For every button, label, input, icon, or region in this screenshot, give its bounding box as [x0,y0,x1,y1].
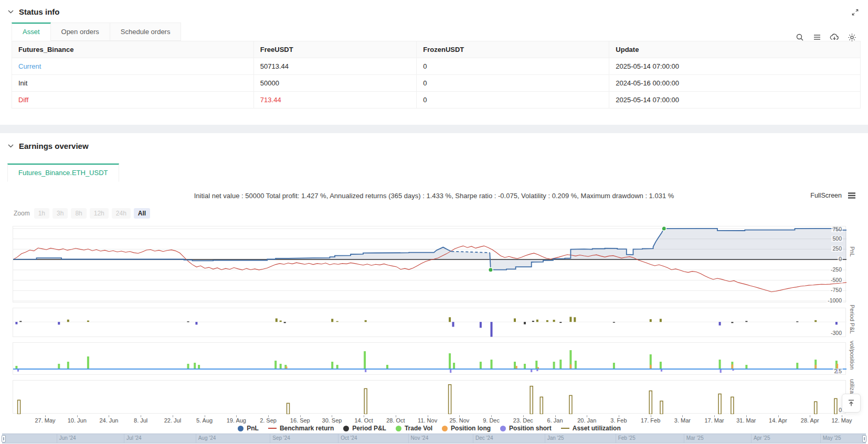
x-label: 8. Jul [134,417,147,424]
pnl-ytick--1000: -1000 [827,298,843,304]
x-label: 11. Nov [418,417,437,424]
x-axis: 27. May10. Jun24. Jun8. Jul22. Jul5. Aug… [13,415,846,425]
navigator-left-handle[interactable] [2,435,6,442]
zoom-label: Zoom [14,210,30,217]
tab-asset[interactable]: Asset [12,23,51,41]
status-tabs: Asset Open orders Schedule orders [12,23,856,41]
navigator-month-label: Feb '25 [618,435,636,441]
legend-marker-circle [343,426,349,431]
cloud-download-icon[interactable] [830,33,839,42]
zoom-button-1h[interactable]: 1h [34,208,49,219]
navigator-month-label: Nov '24 [411,435,429,441]
fullscreen-button[interactable]: FullScreen [810,192,842,199]
navigator-month-label: Apr '25 [754,435,770,441]
search-icon[interactable] [795,33,805,42]
init-free: 50000 [253,75,416,92]
x-label: 3. Mar [674,417,691,424]
table-row-init: Init 50000 0 2024-05-16 00:00:00 [12,75,861,92]
list-icon[interactable] [812,33,822,42]
chart-navigator[interactable]: Jun '24Jul '24Aug '24Sep '24Oct '24Nov '… [2,434,866,443]
status-info-title: Status info [19,7,60,16]
asset-table: Futures_Binance FreeUSDT FrozenUSDT Upda… [12,41,861,109]
navigator-month-separator [545,434,545,443]
x-label: 2. Sep [260,417,277,424]
legend-asset-utilization[interactable]: Asset utilization [561,425,621,432]
navigator-month-label: Mar '25 [686,435,704,441]
tab-open-orders[interactable]: Open orders [51,23,110,41]
pnl-ytick-500: 500 [831,236,843,242]
x-label: 9. Dec [483,417,500,424]
x-label: 17. Feb [641,417,660,424]
section-divider [0,125,868,133]
navigator-month-label: Jun '24 [59,435,76,441]
navigator-month-label: May '25 [823,435,841,441]
legend-label: Trade Vol [405,425,432,432]
vol-position-axis-title: vol/position [849,341,855,370]
navigator-month-label: Aug '24 [198,435,216,441]
x-label: 25. Nov [449,417,469,424]
collapse-chevron-icon[interactable] [7,9,14,15]
legend-position-long[interactable]: Position long [442,425,491,432]
x-label: 27. May [35,417,55,424]
status-info-section: Status info Asset Open orders Schedule o… [0,0,868,125]
x-label: 31. Mar [736,417,756,424]
earnings-overview-title: Earnings overview [19,142,89,150]
x-label: 23. Dec [513,417,533,424]
init-update: 2024-05-16 00:00:00 [609,75,861,92]
table-row-current: Current 50713.44 0 2025-05-14 07:00:00 [12,58,861,75]
back-to-top-button[interactable] [842,394,861,413]
legend-benchmark-return[interactable]: Benchmark return [268,425,334,432]
period-pnl-ytick: -300 [830,330,843,336]
legend-label: Position short [509,425,552,432]
legend-pnl[interactable]: PnL [238,425,259,432]
expand-icon[interactable] [850,7,860,17]
navigator-month-separator [684,434,684,443]
zoom-button-all[interactable]: All [134,208,150,219]
legend-marker-circle [442,426,448,431]
legend-label: Benchmark return [280,425,334,432]
gear-icon[interactable] [847,33,856,42]
zoom-button-12h[interactable]: 12h [90,208,109,219]
legend-marker-line [268,428,277,429]
current-link[interactable]: Current [12,58,254,75]
x-label: 14. Oct [354,417,373,424]
earnings-tabs: Futures_Binance.ETH_USDT [7,164,119,182]
navigator-month-separator [270,434,270,443]
navigator-month-label: Oct '24 [341,435,357,441]
col-update: Update [609,41,861,58]
diff-update: 2025-05-14 07:00:00 [609,92,861,109]
navigator-month-separator [338,434,338,443]
x-label: 12. May [831,417,852,424]
navigator-month-separator [408,434,409,443]
table-row-diff: Diff 713.44 0 2025-05-14 07:00:00 [12,92,861,109]
legend-position-short[interactable]: Position short [500,425,552,432]
x-label: 20. Jan [577,417,596,424]
zoom-button-24h[interactable]: 24h [112,208,131,219]
navigator-month-separator [57,434,57,443]
legend-label: Asset utilization [573,425,621,432]
navigator-right-handle[interactable] [862,435,866,442]
x-label: 16. Sep [290,417,310,424]
x-label: 10. Jun [68,417,87,424]
navigator-month-label: Jul '24 [126,435,142,441]
current-free: 50713.44 [253,58,416,75]
legend-trade-vol[interactable]: Trade Vol [396,425,432,432]
zoom-button-3h[interactable]: 3h [52,208,68,219]
collapse-chevron-icon[interactable] [7,143,14,149]
navigator-month-separator [820,434,821,443]
legend-marker-circle [238,426,244,431]
x-label: 3. Feb [610,417,627,424]
legend-marker-circle [500,426,506,431]
tab-futures-binance-eth-usdt[interactable]: Futures_Binance.ETH_USDT [7,164,119,182]
legend-label: Position long [451,425,491,432]
legend-marker-line [561,428,569,429]
tab-schedule-orders[interactable]: Schedule orders [110,23,182,41]
navigator-month-separator [473,434,473,443]
legend-period-p-l[interactable]: Period P&L [343,425,386,432]
diff-frozen: 0 [417,92,609,109]
current-update: 2025-05-14 07:00:00 [609,58,861,75]
diff-free: 713.44 [253,92,416,109]
pnl-axis-title: PnL [849,246,855,257]
zoom-button-8h[interactable]: 8h [71,208,86,219]
chart-menu-icon[interactable] [847,191,856,200]
